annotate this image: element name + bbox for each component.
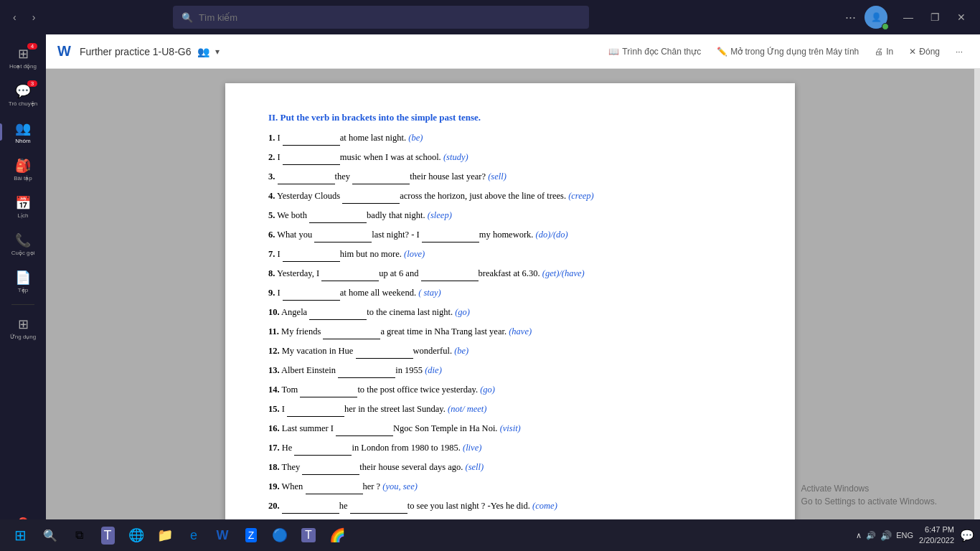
sidebar-label-bai-tap: Bài tập <box>14 175 32 182</box>
taskbar-edge2[interactable]: e <box>181 522 207 548</box>
ex-item-9: 9. I at home all weekend. ( stay) <box>268 286 752 301</box>
sidebar-item-nhom[interactable]: 👥 Nhóm <box>6 115 40 149</box>
taskbar-search[interactable]: 🔍 <box>37 522 63 548</box>
folder-icon: 📁 <box>157 527 173 543</box>
close-x-icon: ✕ <box>909 47 916 57</box>
activity-icon: ⊞ <box>18 46 29 62</box>
sidebar-label-lich: Lịch <box>18 212 29 219</box>
sidebar-label-cuoc-goi: Cuộc gọi <box>11 250 35 256</box>
sidebar-item-tep[interactable]: 📄 Tệp <box>6 264 40 298</box>
sidebar-item-ung-dung[interactable]: ⊞ Ứng dụng <box>6 311 40 345</box>
sidebar-label-hoat-dong: Hoạt động <box>9 63 37 70</box>
open-app-button[interactable]: ✏️ Mở trong Ứng dụng trên Máy tính <box>711 44 864 60</box>
ex-item-17: 17. He in London from 1980 to 1985. (liv… <box>268 441 752 456</box>
window-controls: — ❐ ✕ <box>896 9 973 26</box>
taskbar-teams[interactable]: T <box>95 522 121 548</box>
taskbar-file-explorer[interactable]: 📁 <box>152 522 178 548</box>
search-bar[interactable]: 🔍 <box>173 6 589 29</box>
ex-item-18: 18. They their house several days ago. (… <box>268 460 752 475</box>
lang-indicator: ENG <box>896 531 913 540</box>
edge2-icon: e <box>190 528 197 543</box>
word-taskbar-icon: W <box>217 528 229 543</box>
sidebar-label-tep: Tệp <box>18 287 28 293</box>
search-input[interactable] <box>199 12 580 23</box>
minimize-button[interactable]: — <box>896 9 920 26</box>
sidebar-item-hoat-dong[interactable]: ⊞ Hoạt động 4 <box>6 40 40 75</box>
close-button[interactable]: ✕ <box>950 9 973 26</box>
team-icon: 👥 <box>15 121 31 136</box>
scrollbar-track[interactable] <box>974 69 980 531</box>
apps-icon: ⊞ <box>18 316 29 332</box>
taskbar-edge[interactable]: 🌐 <box>123 522 149 548</box>
chrome-icon: 🌈 <box>329 527 345 543</box>
sidebar-item-tro-chuyen[interactable]: 💬 Trò chuyện 3 <box>6 77 40 112</box>
ex-item-11: 11. My friends a great time in Nha Trang… <box>268 324 752 339</box>
taskbar-task-view[interactable]: ⧉ <box>66 522 92 548</box>
notification-icon[interactable]: 💬 <box>960 529 974 542</box>
activity-badge: 4 <box>27 43 37 50</box>
app-layout: ⊞ Hoạt động 4 💬 Trò chuyện 3 👥 Nhóm 🎒 Bà… <box>0 34 980 551</box>
sidebar-item-cuoc-goi[interactable]: 📞 Cuộc gọi <box>6 227 40 261</box>
chat-badge: 3 <box>27 80 37 87</box>
doc-scroll[interactable]: II. Put the verb in brackets into the si… <box>46 69 974 531</box>
online-badge <box>882 23 889 30</box>
taskbar-right: ∧ 🔊 🔊 ENG 6:47 PM 2/20/2022 💬 <box>856 524 974 547</box>
pencil-icon: ✏️ <box>717 47 727 57</box>
sidebar-item-lich[interactable]: 📅 Lịch <box>6 189 40 224</box>
app-header: W Further practice 1-U8-G6 👥 ▾ 📖 Trình đ… <box>46 34 980 69</box>
taskbar-teams2[interactable]: T <box>296 522 321 548</box>
main-area: W Further practice 1-U8-G6 👥 ▾ 📖 Trình đ… <box>46 34 980 551</box>
sidebar-label-tro-chuyen: Trò chuyện <box>9 100 37 107</box>
close-doc-button[interactable]: ✕ Đóng <box>903 44 946 60</box>
word-icon: W <box>57 43 71 60</box>
system-tray: ∧ 🔊 🔊 ENG <box>856 530 913 541</box>
network-icon: 🔊 <box>866 531 876 540</box>
ex-item-8: 8. Yesterday, I up at 6 and breakfast at… <box>268 266 752 281</box>
ex-item-4: 4. Yesterday Clouds across the horizon, … <box>268 189 752 204</box>
app1-icon: 🔵 <box>272 527 288 543</box>
sidebar-item-bai-tap[interactable]: 🎒 Bài tập <box>6 152 40 187</box>
back-button[interactable]: ‹ <box>7 9 22 26</box>
ex-item-12: 12. My vacation in Hue wonderful. (be) <box>268 344 752 359</box>
doc-viewer: II. Put the verb in brackets into the si… <box>46 69 980 531</box>
avatar[interactable]: 👤 <box>864 6 887 29</box>
title-bar: ‹ › 🔍 ··· 👤 — ❐ ✕ <box>0 0 980 34</box>
task-view-icon: ⧉ <box>75 529 83 542</box>
more-options-button[interactable]: ··· <box>845 10 856 25</box>
taskbar-zalo[interactable]: Z <box>238 522 264 548</box>
print-button[interactable]: 🖨 In <box>869 44 899 60</box>
files-icon: 📄 <box>15 270 31 286</box>
edge-icon: 🌐 <box>128 527 144 543</box>
read-mode-button[interactable]: 📖 Trình đọc Chân thực <box>603 44 707 60</box>
start-button[interactable]: ⊞ <box>6 521 34 550</box>
ex-item-2: 2. I music when I was at school. (study) <box>268 150 752 165</box>
ex-item-15: 15. I her in the street last Sunday. (no… <box>268 402 752 417</box>
calendar-icon: 📅 <box>15 195 31 211</box>
assignments-icon: 🎒 <box>15 158 31 174</box>
calls-icon: 📞 <box>15 232 31 248</box>
ex-item-7: 7. I him but no more. (love) <box>268 247 752 262</box>
ex-item-10: 10. Angela to the cinema last night. (go… <box>268 305 752 320</box>
sidebar-label-ung-dung: Ứng dụng <box>10 334 36 340</box>
system-clock[interactable]: 6:47 PM 2/20/2022 <box>919 524 954 547</box>
chevron-down-icon[interactable]: ▾ <box>215 47 220 57</box>
doc-more-button[interactable]: ··· <box>950 44 969 60</box>
ex-item-3: 3. they their house last year? (sell) <box>268 169 752 184</box>
taskbar-app1[interactable]: 🔵 <box>267 522 293 548</box>
chevron-up-icon[interactable]: ∧ <box>856 531 862 540</box>
section2-title: II. Put the verb in brackets into the si… <box>268 112 752 123</box>
sidebar-divider <box>11 304 34 305</box>
ex-item-20: 20. he to see you last night ? -Yes he d… <box>268 499 752 514</box>
clock-date: 2/20/2022 <box>919 535 954 546</box>
share-icon: 👥 <box>197 46 209 57</box>
taskbar-chrome[interactable]: 🌈 <box>324 522 350 548</box>
ex-item-16: 16. Last summer I Ngoc Son Temple in Ha … <box>268 421 752 436</box>
ex-item-19: 19. When her ? (you, see) <box>268 479 752 494</box>
title-bar-right: ··· 👤 — ❐ ✕ <box>845 6 973 29</box>
forward-button[interactable]: › <box>27 9 42 26</box>
sidebar: ⊞ Hoạt động 4 💬 Trò chuyện 3 👥 Nhóm 🎒 Bà… <box>0 34 46 551</box>
maximize-button[interactable]: ❐ <box>923 9 947 26</box>
taskbar-word[interactable]: W <box>209 522 235 548</box>
clock-time: 6:47 PM <box>919 524 954 535</box>
taskbar: ⊞ 🔍 ⧉ T 🌐 📁 e W Z 🔵 T 🌈 ∧ 🔊 🔊 ENG <box>0 519 980 551</box>
